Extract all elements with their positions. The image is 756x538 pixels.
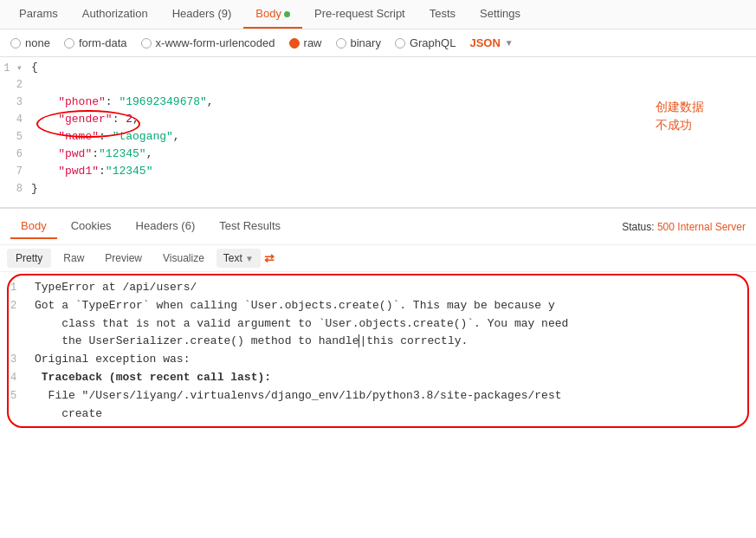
- response-section: Body Cookies Headers (6) Test Results St…: [0, 209, 756, 430]
- format-dropdown-arrow: ▼: [245, 254, 254, 263]
- code-line-7: 7 "pwd1":"12345": [0, 165, 756, 182]
- radio-raw[interactable]: raw: [289, 36, 322, 49]
- tab-settings[interactable]: Settings: [468, 0, 533, 29]
- wrap-icon[interactable]: ⇄: [264, 251, 275, 265]
- annotation-text: 创建数据 不成功: [656, 99, 704, 135]
- code-line-5: 5 "name": "taogang",: [0, 130, 756, 147]
- view-tab-pretty[interactable]: Pretty: [7, 249, 51, 268]
- code-line-1: 1 ▾ {: [0, 61, 756, 78]
- error-output: 1 TypeError at /api/users/ 2 Got a `Type…: [0, 272, 756, 430]
- tab-authorization[interactable]: Authorization: [70, 0, 160, 29]
- code-line-6: 6 "pwd":"12345",: [0, 147, 756, 165]
- radio-urlencoded[interactable]: x-www-form-urlencoded: [141, 36, 275, 49]
- resp-tab-body[interactable]: Body: [10, 214, 57, 239]
- json-dropdown-arrow: ▼: [505, 38, 514, 48]
- resp-tab-cookies[interactable]: Cookies: [61, 214, 122, 239]
- tab-params[interactable]: Params: [7, 0, 70, 29]
- response-tabs: Body Cookies Headers (6) Test Results: [10, 214, 291, 239]
- radio-circle-form-data: [64, 38, 74, 49]
- resp-tab-headers[interactable]: Headers (6): [126, 214, 206, 239]
- tab-body[interactable]: Body: [243, 0, 302, 29]
- radio-circle-raw: [289, 38, 300, 49]
- response-view-bar: Pretty Raw Preview Visualize Text ▼ ⇄: [0, 245, 756, 272]
- code-line-4: 4 "gender": 2,: [0, 113, 756, 130]
- view-tab-preview[interactable]: Preview: [96, 249, 151, 268]
- radio-circle-urlencoded: [141, 38, 152, 49]
- error-line-1: 1 TypeError at /api/users/: [10, 279, 746, 297]
- error-line-4: 4 Traceback (most recent call last):: [10, 369, 746, 387]
- json-dropdown[interactable]: JSON ▼: [469, 36, 513, 49]
- radio-form-data[interactable]: form-data: [64, 36, 127, 49]
- status-value: 500 Internal Server: [657, 221, 746, 233]
- body-type-row: none form-data x-www-form-urlencoded raw…: [0, 29, 756, 57]
- response-header: Body Cookies Headers (6) Test Results St…: [0, 209, 756, 245]
- code-line-2: 2: [0, 78, 756, 95]
- radio-circle-binary: [336, 38, 346, 49]
- request-tab-bar: Params Authorization Headers (9) Body Pr…: [0, 0, 756, 29]
- resp-tab-test-results[interactable]: Test Results: [209, 214, 291, 239]
- error-line-3: 3 Original exception was:: [10, 351, 746, 369]
- radio-circle-graphql: [395, 38, 405, 49]
- code-editor[interactable]: 1 ▾ { 2 3 "phone": "19692349678", 4 "gen…: [0, 57, 756, 209]
- error-line-2: 2 Got a `TypeError` when calling `User.o…: [10, 297, 746, 351]
- radio-circle-none: [10, 38, 21, 49]
- code-line-3: 3 "phone": "19692349678",: [0, 95, 756, 113]
- view-tab-raw[interactable]: Raw: [55, 249, 93, 268]
- tab-headers[interactable]: Headers (9): [160, 0, 244, 29]
- tab-tests[interactable]: Tests: [417, 0, 468, 29]
- error-line-5: 5 File "/Users/liyang/.virtualenvs/djang…: [10, 387, 746, 424]
- radio-graphql[interactable]: GraphQL: [395, 36, 456, 49]
- response-status: Status: 500 Internal Server: [622, 221, 746, 233]
- view-tab-visualize[interactable]: Visualize: [154, 249, 213, 268]
- code-line-8: 8 }: [0, 182, 756, 199]
- body-active-dot: [284, 11, 290, 17]
- tab-prerequest[interactable]: Pre-request Script: [302, 0, 417, 29]
- radio-binary[interactable]: binary: [336, 36, 381, 49]
- radio-none[interactable]: none: [10, 36, 50, 49]
- format-dropdown[interactable]: Text ▼: [216, 249, 261, 268]
